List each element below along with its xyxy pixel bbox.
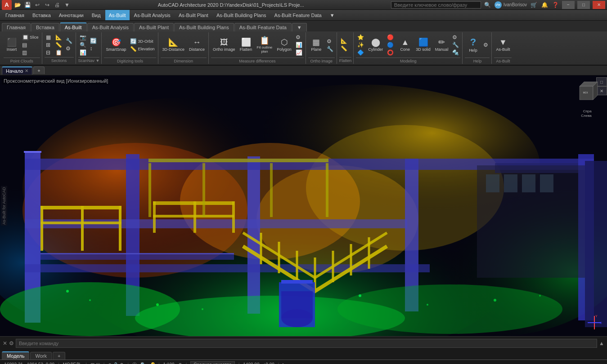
sections-btn7[interactable]: 🔧	[64, 37, 74, 44]
quick-access-more[interactable]: ▼	[63, 1, 71, 9]
3d-orbit-button[interactable]: 🔄 3D-Orbit	[129, 38, 156, 45]
grid-btn1[interactable]: ▦	[90, 362, 94, 364]
slice-button[interactable]: 🔲 Slice	[21, 34, 40, 41]
quick-access-open[interactable]: 📂	[13, 1, 22, 9]
search-icon[interactable]: 🔍	[484, 1, 492, 9]
sections-btn6[interactable]: 📋	[54, 49, 63, 56]
insert-button[interactable]: ⬛ Insert	[4, 33, 20, 57]
menu-asbuilt-building-plans[interactable]: As-Built Building Plans	[213, 10, 270, 20]
annotation-monitor[interactable]: Ⓐ	[132, 362, 137, 364]
tab-home[interactable]: Главная	[2, 23, 31, 31]
nav-btn-orbit[interactable]: ⊕	[108, 362, 112, 364]
cmd-expand-btn[interactable]: ▲	[599, 340, 604, 346]
modeling-extra1[interactable]: ⚙	[451, 34, 460, 41]
sections-btn4[interactable]: 📐	[54, 34, 63, 41]
app-logo[interactable]: A	[2, 0, 12, 10]
distance-button[interactable]: ↔ Distance	[187, 33, 207, 57]
menu-more[interactable]: ▼	[326, 10, 338, 20]
flatten-btn2[interactable]: 📏	[339, 45, 349, 52]
nav-btn-settings[interactable]: ⚙	[120, 362, 124, 364]
manual-button[interactable]: ✏ Manual	[433, 33, 450, 57]
menu-home[interactable]: Главная	[2, 10, 28, 20]
help-button[interactable]: ? Help	[465, 33, 481, 57]
scannav-btn1[interactable]: 📷	[78, 34, 88, 41]
ortho-btn1[interactable]: ⚙	[325, 38, 335, 45]
doc-tab-add[interactable]: +	[33, 67, 44, 74]
asbuilt-end-button[interactable]: ▼ As-Built	[494, 33, 512, 57]
win-restore-button[interactable]: □	[577, 1, 590, 9]
menu-asbuilt-feature-data[interactable]: As-Built Feature Data	[271, 10, 325, 20]
cmd-close-btn[interactable]: ✕	[3, 340, 7, 346]
notification-icon[interactable]: 🔔	[540, 1, 549, 9]
sections-btn8[interactable]: ⚙	[64, 45, 74, 52]
tab-asbuilt[interactable]: As-Built	[60, 22, 87, 31]
cmd-settings-btn[interactable]: ⚙	[9, 340, 14, 346]
tab-insert[interactable]: Вставка	[31, 23, 59, 31]
sections-btn2[interactable]: ⊞	[45, 41, 53, 49]
quality-selector[interactable]: Среднее качество	[190, 361, 234, 364]
ortho-image-button[interactable]: 🖼 Ortho image	[211, 33, 237, 57]
status-icon2[interactable]: 🔑	[149, 362, 155, 364]
sections-btn1[interactable]: ▦	[45, 34, 53, 41]
model-tab-work[interactable]: Work	[30, 352, 51, 360]
menu-asbuilt-analysis[interactable]: As-Built Analysis	[130, 10, 174, 20]
ortho-btn2[interactable]: 🔧	[325, 45, 335, 53]
pc-btn3[interactable]: ▥	[21, 49, 40, 56]
sections-btn3[interactable]: ⊟	[45, 49, 53, 56]
scannav-btn3[interactable]: 📊	[78, 49, 88, 56]
quick-access-print[interactable]: 🖨	[53, 1, 61, 9]
model-tab-add[interactable]: +	[53, 352, 65, 360]
measure-btn2[interactable]: 📊	[294, 41, 304, 49]
sections-btn5[interactable]: 📏	[54, 41, 63, 49]
cone-button[interactable]: ▲ Cone	[397, 33, 413, 57]
doc-tab-home[interactable]: Начало ✕	[2, 67, 32, 75]
status-icon1[interactable]: 🔍	[140, 362, 146, 364]
polygon-button[interactable]: ⬡ Polygon	[275, 33, 293, 57]
help-settings[interactable]: ⚙	[482, 41, 490, 49]
modeling-btn-top2[interactable]: ✨	[356, 41, 365, 49]
tab-asbuilt-building-plans[interactable]: As-Built Building Plans	[174, 23, 234, 31]
modeling-small-btn1[interactable]: 🔴	[386, 34, 396, 41]
plane-button[interactable]: ▦ Plane	[308, 33, 324, 57]
tab-asbuilt-feature-data[interactable]: As-Built Feature Data	[234, 23, 292, 31]
modeling-extra2[interactable]: 🔧	[451, 41, 460, 49]
menu-annotations[interactable]: Аннотации	[55, 10, 87, 20]
menu-asbuilt-plant[interactable]: As-Built Plant	[175, 10, 212, 20]
measure-btn1[interactable]: ⚙	[294, 34, 304, 41]
elevation-button[interactable]: 📏 Elevation	[129, 45, 156, 53]
modeling-small-btn2[interactable]: 🔵	[386, 41, 396, 49]
modeling-btn-top3[interactable]: 🔷	[356, 49, 365, 56]
3d-solid-button[interactable]: 🟦 3D solid	[414, 33, 432, 57]
flatten-button[interactable]: ⬜ Flatten	[238, 33, 254, 57]
cart-icon[interactable]: 🛒	[530, 1, 538, 9]
tab-asbuilt-analysis[interactable]: As-Built Analysis	[87, 23, 134, 31]
extra-btn[interactable]: ▶	[283, 362, 286, 364]
flatten-btn1[interactable]: 📐	[339, 37, 349, 44]
fit-outline-plan-button[interactable]: 📋 Fit outlineplan	[255, 33, 274, 57]
tab-asbuilt-plant[interactable]: As-Built Plant	[134, 23, 174, 31]
command-input[interactable]	[16, 339, 597, 348]
search-input[interactable]	[391, 1, 481, 9]
cylinder-button[interactable]: ⬤ Cylinder	[366, 33, 385, 57]
modeling-small-btn3[interactable]: ⭕	[386, 49, 396, 56]
quick-access-undo[interactable]: ↩	[33, 1, 41, 9]
tab-extra[interactable]: ▼	[292, 23, 307, 31]
scannav-btn4[interactable]: 🔄	[89, 37, 98, 44]
modeling-extra3[interactable]: 🔩	[451, 49, 460, 56]
quick-access-redo[interactable]: ↪	[43, 1, 51, 9]
scale-settings[interactable]: ⚙	[178, 362, 182, 364]
3d-distance-button[interactable]: 📐 3D-Distance	[161, 33, 187, 57]
scannav-btn2[interactable]: 🔍	[78, 41, 88, 49]
measure-btn3[interactable]: 📈	[294, 49, 304, 56]
smartsnap-button[interactable]: 🎯 SmartSnap	[104, 33, 128, 57]
doc-tab-close[interactable]: ✕	[25, 68, 28, 73]
win-close-button[interactable]: ✕	[593, 1, 605, 9]
modeling-btn-top1[interactable]: ⭐	[356, 34, 365, 41]
menu-asbuilt[interactable]: As-Built	[105, 10, 130, 20]
viewcube-svg[interactable]: МСК	[568, 77, 604, 109]
menu-insert[interactable]: Вставка	[29, 10, 54, 20]
quick-access-save[interactable]: 💾	[23, 1, 31, 9]
win-minimize-button[interactable]: −	[562, 1, 575, 9]
pc-btn2[interactable]: ▤	[21, 41, 40, 49]
menu-view[interactable]: Вид	[88, 10, 104, 20]
